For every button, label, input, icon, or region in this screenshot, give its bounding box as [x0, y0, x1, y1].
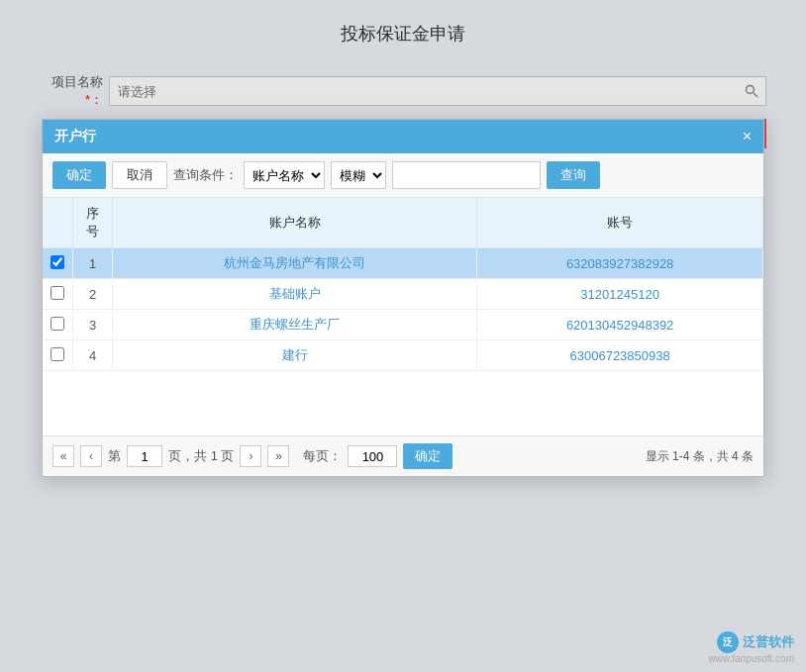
display-info-text: 显示 1-4 条，共 4 条	[646, 448, 754, 465]
dialog-title: 开户行	[54, 128, 96, 145]
logo-url: www.fanpusoft.com	[708, 653, 794, 664]
query-input[interactable]	[392, 161, 541, 189]
table-row[interactable]: 3重庆螺丝生产厂620130452948392	[43, 310, 763, 340]
col-seq: 序号	[73, 198, 113, 248]
row-checkbox[interactable]	[50, 317, 64, 331]
col-checkbox	[43, 198, 73, 248]
table-row[interactable]: 4建行63006723850938	[43, 340, 763, 371]
fuzzy-select[interactable]: 模糊 精确	[331, 161, 386, 189]
display-info: 显示 1-4 条，共 4 条	[646, 448, 754, 465]
row-account-name: 建行	[113, 340, 477, 371]
page-wrapper: 投标保证金申请 项目名称*： 开户行：	[0, 0, 806, 672]
logo-icon: 泛	[717, 631, 739, 653]
row-account-no: 31201245120	[477, 279, 763, 310]
dialog-confirm-button[interactable]: 确定	[52, 161, 106, 189]
col-account-name: 账户名称	[113, 198, 477, 248]
dialog-overlay: 开户行 × 确定 取消 查询条件： 账户名称 账号 模糊 精确 查询	[0, 0, 806, 672]
row-seq: 4	[73, 340, 113, 371]
row-checkbox-cell	[43, 310, 73, 340]
per-page-input[interactable]	[348, 445, 397, 467]
row-checkbox-cell	[43, 340, 73, 371]
row-seq: 3	[73, 310, 113, 340]
watermark-logo: 泛 泛普软件	[708, 631, 794, 653]
last-page-button[interactable]: »	[267, 445, 289, 467]
dialog-cancel-button[interactable]: 取消	[112, 161, 167, 189]
row-account-no: 632083927382928	[477, 248, 763, 279]
dialog-table-wrap: 序号 账户名称 账号 1杭州金马房地产有限公司6320839273829282基…	[43, 198, 763, 435]
dialog-footer: « ‹ 第 页，共 1 页 › » 每页： 确定 显示 1-4 条，共 4 条	[43, 435, 763, 476]
row-checkbox-cell	[43, 248, 73, 279]
logo-text: 泛普软件	[743, 633, 794, 651]
row-seq: 1	[73, 248, 113, 279]
row-seq: 2	[73, 279, 113, 310]
first-page-button[interactable]: «	[52, 445, 74, 467]
dialog-header: 开户行 ×	[43, 120, 763, 153]
query-condition-label: 查询条件：	[173, 166, 238, 184]
page-number-input[interactable]	[127, 445, 162, 467]
condition-select[interactable]: 账户名称 账号	[244, 161, 325, 189]
dialog-close-button[interactable]: ×	[743, 129, 752, 144]
row-account-no: 63006723850938	[477, 340, 763, 371]
page-prefix: 第	[108, 447, 121, 465]
page-total-text: 页，共 1 页	[168, 447, 234, 465]
query-button[interactable]: 查询	[547, 161, 600, 189]
watermark: 泛 泛普软件 www.fanpusoft.com	[708, 631, 794, 664]
prev-page-button[interactable]: ‹	[80, 445, 102, 467]
per-page-label: 每页：	[303, 447, 342, 465]
table-header-row: 序号 账户名称 账号	[43, 198, 763, 248]
row-account-no: 620130452948392	[477, 310, 763, 340]
col-account-no: 账号	[477, 198, 763, 248]
footer-confirm-button[interactable]: 确定	[403, 443, 453, 469]
dialog-toolbar: 确定 取消 查询条件： 账户名称 账号 模糊 精确 查询	[43, 153, 763, 198]
row-checkbox[interactable]	[50, 347, 64, 361]
table-row[interactable]: 1杭州金马房地产有限公司632083927382928	[43, 248, 763, 279]
row-account-name: 基础账户	[113, 279, 477, 310]
row-checkbox[interactable]	[50, 255, 64, 269]
table-row[interactable]: 2基础账户31201245120	[43, 279, 763, 310]
row-account-name: 杭州金马房地产有限公司	[113, 248, 477, 279]
row-account-name: 重庆螺丝生产厂	[113, 310, 477, 340]
accounts-table: 序号 账户名称 账号 1杭州金马房地产有限公司6320839273829282基…	[43, 198, 763, 371]
dialog: 开户行 × 确定 取消 查询条件： 账户名称 账号 模糊 精确 查询	[42, 119, 764, 477]
next-page-button[interactable]: ›	[240, 445, 261, 467]
row-checkbox-cell	[43, 279, 73, 310]
row-checkbox[interactable]	[50, 286, 64, 300]
